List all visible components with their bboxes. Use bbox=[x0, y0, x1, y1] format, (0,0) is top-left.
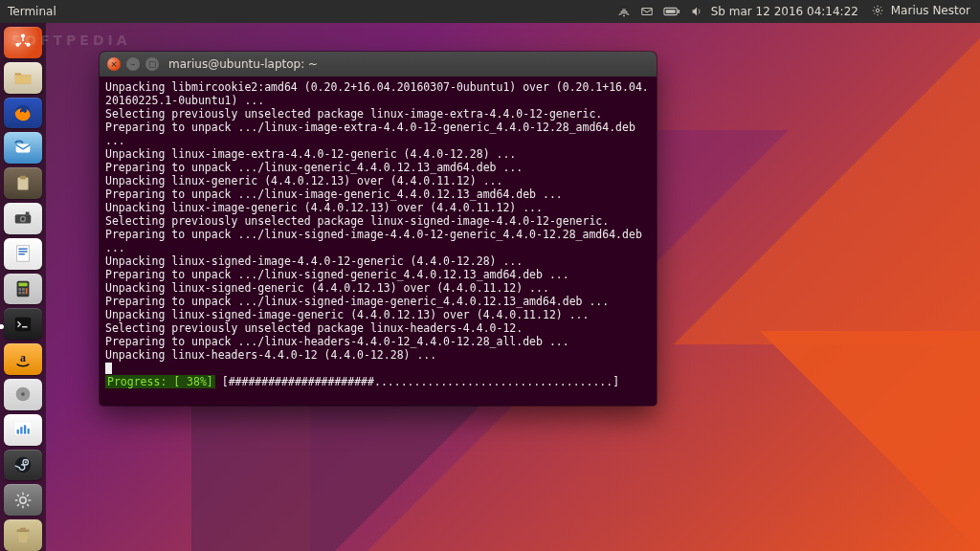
launcher-terminal[interactable] bbox=[4, 308, 42, 340]
svg-rect-17 bbox=[26, 212, 30, 215]
terminal-window[interactable]: × – ▢ marius@ubuntu-laptop: ~ Unpacking … bbox=[100, 52, 657, 406]
window-titlebar[interactable]: × – ▢ marius@ubuntu-laptop: ~ bbox=[100, 52, 657, 77]
volume-icon[interactable] bbox=[690, 5, 703, 18]
terminal-output[interactable]: Unpacking libmircookie2:amd64 (0.20.2+16… bbox=[100, 77, 657, 406]
launcher-thunderbird[interactable] bbox=[4, 132, 42, 164]
svg-rect-13 bbox=[20, 175, 26, 179]
svg-rect-29 bbox=[15, 317, 32, 331]
terminal-line: Selecting previously unselected package … bbox=[105, 107, 651, 121]
terminal-line: Preparing to unpack .../linux-signed-gen… bbox=[105, 268, 651, 281]
svg-rect-43 bbox=[20, 527, 26, 529]
top-panel: Terminal Sb mar 12 2016 04:14:22 Marius … bbox=[0, 0, 980, 23]
gear-icon bbox=[872, 6, 883, 19]
terminal-line: Unpacking linux-signed-image-generic (4.… bbox=[105, 308, 651, 321]
svg-rect-3 bbox=[678, 10, 679, 13]
launcher-steam[interactable] bbox=[4, 450, 42, 481]
svg-rect-36 bbox=[24, 426, 26, 434]
terminal-line: Selecting previously unselected package … bbox=[105, 321, 651, 335]
svg-rect-27 bbox=[18, 292, 21, 295]
svg-rect-25 bbox=[22, 288, 25, 291]
svg-rect-21 bbox=[18, 253, 24, 254]
launcher-files[interactable] bbox=[4, 62, 42, 94]
launcher-writer[interactable] bbox=[4, 238, 42, 270]
svg-rect-4 bbox=[665, 10, 675, 13]
terminal-line: Preparing to unpack .../linux-headers-4.… bbox=[105, 335, 651, 348]
launcher-disks[interactable] bbox=[4, 379, 42, 410]
launcher-software[interactable] bbox=[4, 167, 42, 199]
terminal-line: Unpacking linux-image-generic (4.4.0.12.… bbox=[105, 201, 651, 214]
terminal-line: Selecting previously unselected package … bbox=[105, 214, 651, 228]
launcher-settings[interactable] bbox=[4, 484, 42, 516]
launcher-firefox[interactable] bbox=[4, 98, 42, 129]
window-maximize-button[interactable]: ▢ bbox=[145, 57, 159, 71]
terminal-cursor bbox=[105, 363, 112, 374]
terminal-line: Preparing to unpack .../linux-signed-ima… bbox=[105, 295, 651, 308]
terminal-line: Unpacking linux-headers-4.4.0-12 (4.4.0-… bbox=[105, 348, 651, 362]
terminal-line: Preparing to unpack .../linux-image-extr… bbox=[105, 121, 651, 147]
window-close-button[interactable]: × bbox=[107, 57, 121, 71]
svg-point-16 bbox=[21, 218, 24, 221]
progress-label: Progress: [ 38%] bbox=[105, 375, 215, 388]
svg-rect-23 bbox=[18, 283, 27, 287]
svg-point-5 bbox=[876, 9, 879, 11]
terminal-line: Preparing to unpack .../linux-signed-ima… bbox=[105, 228, 651, 254]
terminal-line: Preparing to unpack .../linux-generic_4.… bbox=[105, 161, 651, 174]
launcher-calc[interactable] bbox=[4, 274, 42, 305]
launcher-amazon[interactable]: a bbox=[4, 343, 42, 375]
svg-rect-34 bbox=[17, 430, 19, 434]
terminal-line: Unpacking linux-generic (4.4.0.12.13) ov… bbox=[105, 174, 651, 187]
running-indicator bbox=[0, 324, 4, 329]
terminal-line: Preparing to unpack .../linux-image-gene… bbox=[105, 187, 651, 201]
svg-rect-11 bbox=[16, 143, 31, 152]
terminal-line: Unpacking linux-signed-image-4.4.0-12-ge… bbox=[105, 254, 651, 268]
terminal-line: Unpacking linux-signed-generic (4.4.0.12… bbox=[105, 281, 651, 295]
svg-text:a: a bbox=[20, 350, 26, 364]
panel-user[interactable]: Marius Nestor bbox=[872, 4, 970, 19]
launcher-trash[interactable] bbox=[4, 519, 42, 551]
network-icon[interactable] bbox=[617, 5, 631, 18]
svg-rect-24 bbox=[18, 288, 21, 291]
launcher: a bbox=[0, 23, 46, 551]
svg-point-32 bbox=[21, 393, 25, 397]
terminal-line: Unpacking libmircookie2:amd64 (0.20.2+16… bbox=[105, 80, 651, 107]
launcher-system-monitor[interactable] bbox=[4, 414, 42, 446]
battery-icon[interactable] bbox=[663, 6, 680, 17]
watermark: SOFTPEDIA bbox=[11, 33, 131, 48]
launcher-cheese[interactable] bbox=[4, 203, 42, 234]
mail-icon[interactable] bbox=[640, 5, 654, 18]
svg-rect-12 bbox=[18, 177, 29, 189]
svg-rect-20 bbox=[18, 251, 27, 252]
svg-rect-9 bbox=[15, 75, 32, 83]
svg-rect-37 bbox=[28, 429, 30, 434]
svg-rect-26 bbox=[26, 288, 28, 294]
svg-point-41 bbox=[20, 497, 26, 503]
panel-clock[interactable]: Sb mar 12 2016 04:14:22 bbox=[711, 5, 858, 18]
panel-app-title: Terminal bbox=[0, 5, 56, 18]
svg-rect-42 bbox=[17, 529, 30, 531]
progress-bar: [######################.................… bbox=[222, 375, 619, 388]
svg-rect-28 bbox=[22, 292, 25, 295]
svg-rect-19 bbox=[18, 249, 27, 250]
window-title: marius@ubuntu-laptop: ~ bbox=[168, 57, 318, 71]
svg-point-40 bbox=[25, 461, 27, 463]
window-minimize-button[interactable]: – bbox=[126, 57, 140, 71]
terminal-line: Unpacking linux-image-extra-4.4.0-12-gen… bbox=[105, 147, 651, 161]
svg-rect-1 bbox=[642, 9, 653, 15]
panel-user-label: Marius Nestor bbox=[891, 4, 970, 17]
svg-point-0 bbox=[623, 15, 625, 17]
svg-rect-35 bbox=[20, 427, 22, 433]
